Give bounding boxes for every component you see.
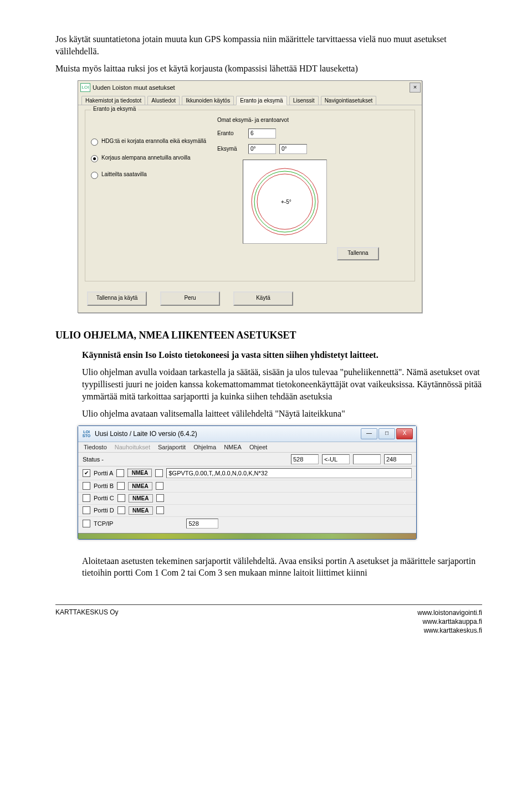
radio-label: Laitteilta saatavilla — [101, 171, 147, 178]
page-footer: KARTTAKESKUS Oy www.loistonavigointi.fi … — [55, 604, 482, 635]
tcpip-port-input[interactable]: 528 — [186, 519, 218, 529]
io-window: LOI STO Uusi Loisto / Laite IO versio (6… — [78, 425, 417, 540]
groupbox-legend: Eranto ja eksymä — [91, 106, 138, 112]
port-row-a: ✔ Portti A NMEA $GPVTG,0.00,T,,M,0.0,N,0… — [78, 466, 416, 480]
port-b-nmea-button[interactable]: NMEA — [128, 482, 152, 490]
port-a-nmea-line[interactable]: $GPVTG,0.00,T,,M,0.0,N,0.0,K,N*32 — [166, 468, 412, 478]
intro-paragraph-2: Muista myös laittaa ruksi jos et käytä k… — [55, 63, 482, 75]
port-a-subcheck2[interactable] — [155, 469, 163, 477]
para-final: Aloitetaan asetusten tekeminen sarjaport… — [82, 555, 482, 579]
eksyma-input-2[interactable]: 0° — [279, 144, 307, 154]
tab-eranto[interactable]: Eranto ja eksymä — [236, 96, 287, 105]
dialog-titlebar: LOI Uuden Loiston muut asetukset × — [78, 81, 422, 93]
port-b-enable-checkbox[interactable] — [83, 482, 90, 490]
io-title: Uusi Loisto / Laite IO versio (6.4.2) — [95, 430, 361, 438]
tab-navigointi[interactable]: Navigointiasetukset — [321, 96, 377, 105]
radio-label: Korjaus alempana annetuilla arvoilla — [101, 155, 191, 161]
port-d-subcheck2[interactable] — [156, 506, 164, 514]
port-row-d: Portti D NMEA — [78, 505, 416, 517]
app-logo-icon: LOI — [80, 83, 90, 92]
status-field-1[interactable]: 528 — [291, 454, 319, 464]
port-b-subcheck[interactable] — [117, 482, 125, 490]
footer-link-1: www.loistonavigointi.fi — [417, 608, 482, 617]
port-a-label: Portti A — [94, 470, 113, 476]
radio-icon — [91, 172, 98, 179]
port-d-label: Portti D — [94, 507, 114, 514]
tcpip-checkbox[interactable] — [83, 520, 90, 527]
status-field-3[interactable] — [353, 454, 381, 464]
radio-label: HDG:tä ei korjata erannolla eikä eksymäl… — [101, 138, 206, 145]
app-logo-icon: LOI STO — [81, 430, 91, 438]
compass-preview: +-5° — [243, 160, 327, 244]
status-label: Status - — [83, 456, 104, 463]
eranto-groupbox: Eranto ja eksymä HDG:tä ei korjata erann… — [85, 110, 415, 281]
port-c-subcheck[interactable] — [117, 494, 125, 502]
radio-icon — [91, 139, 98, 146]
subgroup-title: Omat eksymä- ja erantoarvot — [217, 117, 409, 123]
menu-tiedosto[interactable]: Tiedosto — [84, 444, 107, 450]
cancel-button[interactable]: Peru — [160, 291, 220, 306]
eksyma-input-1[interactable]: 0° — [248, 144, 276, 154]
minimize-button[interactable]: — — [361, 428, 377, 439]
port-row-c: Portti C NMEA — [78, 493, 416, 505]
eranto-input[interactable]: 6 — [248, 129, 276, 139]
tab-hakemistot[interactable]: Hakemistot ja tiedostot — [81, 96, 145, 105]
footer-right: www.loistonavigointi.fi www.karttakauppa… — [417, 608, 482, 635]
port-d-nmea-button[interactable]: NMEA — [129, 506, 153, 515]
menu-nmea[interactable]: NMEA — [224, 444, 242, 450]
footer-link-3: www.karttakeskus.fi — [417, 626, 482, 635]
close-button[interactable]: X — [396, 428, 413, 439]
footer-link-2: www.karttakauppa.fi — [417, 617, 482, 626]
para-ulio-description: Ulio ohjelman avulla voidaan tarkastella… — [82, 366, 482, 402]
dialog-title: Uuden Loiston muut asetukset — [93, 84, 410, 91]
status-field-4[interactable]: 248 — [384, 454, 412, 464]
intro-paragraph-1: Jos käytät suuntatietona jotain muuta ku… — [55, 33, 482, 57]
menu-ohjeet[interactable]: Ohjeet — [249, 444, 267, 450]
close-button[interactable]: × — [410, 83, 421, 93]
port-c-nmea-button[interactable]: NMEA — [129, 494, 153, 502]
status-field-2[interactable]: <-UL — [322, 454, 350, 464]
port-a-subcheck[interactable] — [116, 469, 124, 477]
tab-strip: Hakemistot ja tiedostot Alustiedot Ikkun… — [78, 93, 422, 105]
port-a-nmea-button[interactable]: NMEA — [127, 469, 152, 477]
port-d-enable-checkbox[interactable] — [83, 506, 90, 514]
menu-ohjelma[interactable]: Ohjelma — [193, 444, 216, 450]
port-d-subcheck[interactable] — [117, 506, 125, 514]
use-button[interactable]: Käytä — [233, 291, 293, 306]
port-b-subcheck2[interactable] — [156, 482, 163, 490]
maximize-button[interactable]: □ — [378, 428, 395, 439]
status-row: Status - 528 <-UL 248 — [78, 453, 416, 466]
port-c-subcheck2[interactable] — [156, 494, 164, 502]
port-c-label: Portti C — [94, 495, 114, 501]
tab-alustiedot[interactable]: Alustiedot — [147, 96, 180, 105]
menu-sarjaportit[interactable]: Sarjaportit — [158, 444, 186, 450]
tcpip-label: TCP/IP — [94, 520, 113, 527]
compass-degree-label: +-5° — [281, 199, 291, 205]
radio-manual-values[interactable]: Korjaus alempana annetuilla arvoilla — [91, 155, 207, 162]
para-bold-startup: Käynnistä ensin Iso Loisto tietokoneesi … — [82, 349, 482, 361]
eksyma-label: Eksymä — [217, 146, 248, 152]
settings-dialog: LOI Uuden Loiston muut asetukset × Hakem… — [78, 80, 422, 313]
tcpip-row: TCP/IP 528 — [78, 517, 416, 532]
tab-ikkunoiden[interactable]: Ikkunoiden käytös — [182, 96, 234, 105]
port-row-b: Portti B NMEA — [78, 480, 416, 493]
section-heading: ULIO OHJELMA, NMEA LIIKENTEEN ASETUKSET — [55, 330, 482, 341]
footer-left: KARTTAKESKUS Oy — [55, 608, 119, 635]
menu-nauhoitukset[interactable]: Nauhoitukset — [115, 444, 150, 450]
io-titlebar: LOI STO Uusi Loisto / Laite IO versio (6… — [78, 426, 416, 442]
radio-from-devices[interactable]: Laitteilta saatavilla — [91, 171, 207, 179]
port-c-enable-checkbox[interactable] — [83, 494, 90, 502]
radio-no-correction[interactable]: HDG:tä ei korjata erannolla eikä eksymäl… — [91, 138, 207, 146]
port-a-enable-checkbox[interactable]: ✔ — [83, 469, 90, 477]
port-b-label: Portti B — [94, 483, 114, 489]
tallenna-button[interactable]: Tallenna — [337, 247, 379, 260]
radio-icon — [91, 155, 98, 162]
eranto-label: Eranto — [217, 130, 248, 136]
tab-lisenssit[interactable]: Lisenssit — [289, 96, 319, 105]
menubar: Tiedosto Nauhoitukset Sarjaportit Ohjelm… — [78, 442, 416, 453]
para-open-ulio: Ulio ohjelma avataan valitsemalla laitte… — [82, 408, 482, 420]
io-bottom-strip — [78, 533, 416, 539]
save-and-use-button[interactable]: Tallenna ja käytä — [87, 291, 147, 306]
